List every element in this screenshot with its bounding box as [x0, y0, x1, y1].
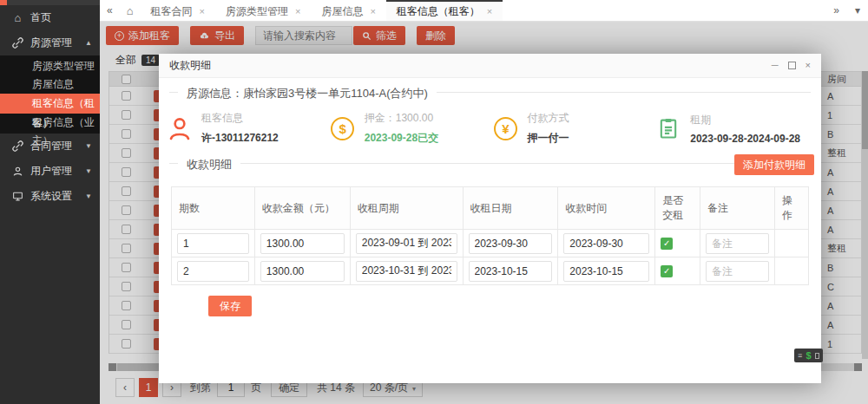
paid-checkbox[interactable]: ✓: [661, 265, 673, 277]
tab-label: 房屋信息: [321, 4, 363, 19]
sidebar-submenu: 房源类型管理 房屋信息 租客信息（租客） 租房信息（业主）: [0, 55, 100, 134]
home-icon: ⌂: [10, 11, 25, 24]
sidebar: ⌂ 首页 房源管理 ▲ 房源类型管理 房屋信息 租客信息（租客） 租房信息（业主…: [0, 0, 100, 404]
payment-table-header: 期数 收款金额（元） 收租周期 收租日期 收款时间 是否交租 备注 操作: [172, 187, 809, 230]
add-payment-detail-button[interactable]: 添加付款明细: [734, 154, 814, 175]
property-info-legend: 房源信息：康怡家园3号楼一单元1104-A(合约中): [178, 86, 437, 101]
sidebar-item-property-mgmt[interactable]: 房源管理 ▲: [0, 30, 100, 55]
sidebar-item-landlord-info[interactable]: 租房信息（业主）: [0, 114, 100, 132]
close-icon[interactable]: ×: [806, 61, 811, 70]
home-tab-icon[interactable]: ⌂: [120, 0, 141, 21]
modal-header: 收款明细 ─ ×: [159, 54, 821, 78]
lease-period-item: 租期2023-09-28-2024-09-28: [653, 111, 816, 146]
remark-input[interactable]: [706, 233, 769, 254]
yen-circle-icon: ¥: [490, 117, 522, 140]
link-icon: [10, 37, 25, 49]
rent-date-input[interactable]: [469, 261, 553, 282]
floating-money-widget[interactable]: ≡ $: [794, 349, 823, 362]
payment-detail-legend: 收款明细: [178, 157, 240, 173]
paid-checkbox[interactable]: ✓: [661, 238, 673, 250]
dollar-icon: $: [806, 351, 812, 361]
cycle-input[interactable]: [356, 261, 457, 282]
col-remark: 备注: [700, 187, 775, 230]
save-button[interactable]: 保存: [208, 296, 252, 316]
tab-house-info[interactable]: 房屋信息×: [311, 0, 385, 21]
actions-cell: [774, 257, 808, 285]
lease-period-label: 租期: [690, 113, 800, 127]
tab-tenant-info[interactable]: 租客信息（租客）×: [386, 0, 503, 21]
rent-date-input[interactable]: [469, 233, 553, 254]
cycle-input[interactable]: [356, 233, 457, 254]
tenant-info-value: 许-13011276212: [201, 131, 279, 146]
dollar-circle-icon: $: [327, 117, 358, 140]
tenant-info-label: 租客信息: [201, 111, 279, 126]
deposit-info-item: $ 押金：1300.002023-09-28已交: [327, 111, 490, 146]
tabs-menu-icon[interactable]: ▾: [847, 4, 868, 16]
sidebar-item-label: 系统设置: [30, 189, 72, 204]
payment-detail-fieldset: 收款明细: [169, 163, 811, 164]
close-icon[interactable]: ×: [200, 6, 205, 16]
col-cycle: 收租周期: [350, 187, 463, 230]
maximize-icon[interactable]: [788, 62, 796, 69]
deposit-paid-value: 2023-09-28已交: [365, 131, 438, 146]
payment-method-value: 押一付一: [528, 131, 569, 146]
tabs-scroll-left-icon[interactable]: «: [100, 0, 120, 21]
col-pay-time: 收款时间: [558, 187, 655, 230]
payment-detail-modal: 收款明细 ─ × 房源信息：康怡家园3号楼一单元1104-A(合约中) 租客信息…: [159, 54, 821, 383]
period-input[interactable]: [177, 261, 249, 282]
link-icon: [10, 140, 25, 152]
tab-label: 租客信息（租客）: [397, 4, 480, 19]
close-icon[interactable]: ×: [295, 6, 300, 16]
payment-row: ✓: [172, 230, 809, 257]
chevron-down-icon: ▼: [85, 192, 92, 200]
sidebar-item-home[interactable]: ⌂ 首页: [0, 5, 100, 30]
tab-property-type[interactable]: 房源类型管理×: [215, 0, 311, 21]
close-icon[interactable]: ×: [487, 6, 492, 16]
deposit-label: 押金：1300.00: [365, 111, 438, 126]
monitor-icon: [10, 191, 25, 202]
chevron-up-icon: ▲: [85, 39, 92, 47]
sidebar-item-property-type[interactable]: 房源类型管理: [0, 57, 100, 75]
tabbar-right-controls: » ▾: [825, 0, 868, 21]
pay-time-input[interactable]: [563, 261, 649, 282]
sidebar-item-system-settings[interactable]: 系统设置 ▼: [0, 184, 100, 209]
payment-method-label: 付款方式: [528, 111, 569, 126]
payment-method-item: ¥ 付款方式押一付一: [490, 111, 654, 146]
trash-icon: [815, 353, 819, 359]
sidebar-item-label: 房源管理: [30, 36, 72, 50]
chevron-down-icon: ▼: [85, 142, 92, 150]
clipboard-icon: [653, 116, 684, 140]
amount-input[interactable]: [260, 261, 345, 282]
actions-cell: [774, 230, 808, 257]
modal-window-controls: ─ ×: [772, 61, 811, 70]
tab-tenant-contract[interactable]: 租客合同×: [141, 0, 215, 21]
lease-period-value: 2023-09-28-2024-09-28: [690, 133, 800, 145]
close-icon[interactable]: ×: [370, 6, 375, 16]
tab-label: 租客合同: [151, 4, 193, 19]
sidebar-item-label: 合同管理: [30, 139, 72, 153]
minimize-icon[interactable]: ─: [772, 61, 779, 70]
sidebar-item-contract-mgmt[interactable]: 合同管理 ▼: [0, 134, 100, 159]
col-amount: 收款金额（元）: [254, 187, 350, 230]
modal-title: 收款明细: [169, 58, 211, 73]
menu-lines-icon: ≡: [798, 352, 802, 360]
col-period: 期数: [172, 187, 255, 230]
payment-row: ✓: [172, 257, 809, 285]
payment-table: 期数 收款金额（元） 收租周期 收租日期 收款时间 是否交租 备注 操作 ✓: [171, 186, 809, 285]
property-info-fieldset: 房源信息：康怡家园3号楼一单元1104-A(合约中): [169, 92, 811, 93]
chevron-down-icon: ▼: [85, 167, 92, 175]
pay-time-input[interactable]: [563, 233, 649, 254]
tenant-info-item: 租客信息许-13011276212: [164, 111, 327, 146]
sidebar-item-house-info[interactable]: 房屋信息: [0, 75, 100, 94]
check-icon: ✓: [663, 238, 670, 248]
col-actions: 操作: [774, 187, 808, 230]
sidebar-item-tenant-info[interactable]: 租客信息（租客）: [0, 94, 100, 114]
sidebar-item-label: 用户管理: [30, 164, 72, 179]
tabs-scroll-right-icon[interactable]: »: [825, 4, 847, 16]
person-icon: [164, 114, 195, 142]
col-rent-date: 收租日期: [463, 187, 558, 230]
amount-input[interactable]: [260, 233, 345, 254]
period-input[interactable]: [177, 233, 249, 254]
remark-input[interactable]: [706, 261, 769, 282]
sidebar-item-user-mgmt[interactable]: 用户管理 ▼: [0, 159, 100, 184]
